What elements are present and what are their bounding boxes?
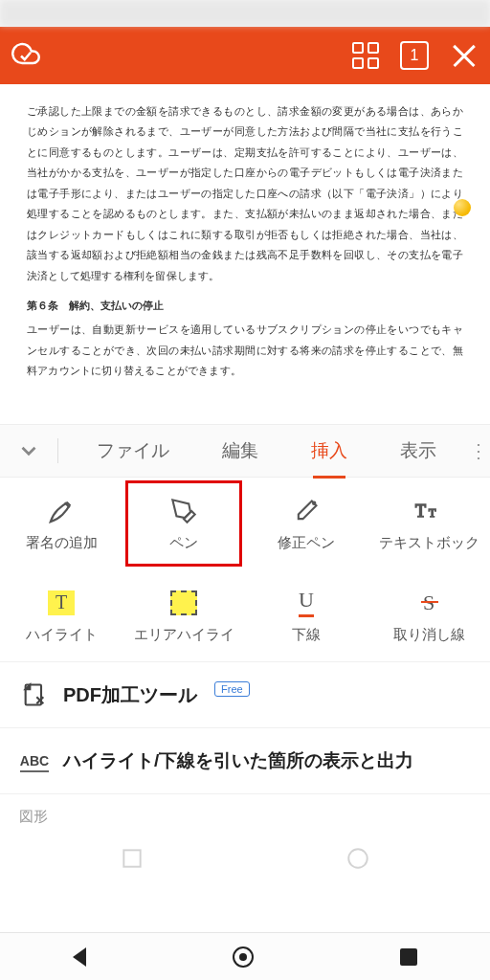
tool-correction-pen[interactable]: 修正ペン bbox=[245, 478, 368, 569]
signature-icon bbox=[47, 496, 76, 526]
strikethrough-icon: S bbox=[423, 588, 434, 618]
highlight-icon: T bbox=[48, 588, 75, 618]
section-highlight-output[interactable]: ABC ハイライト/下線を引いた箇所の表示と出力 bbox=[0, 727, 490, 793]
document-paragraph: ご承認した上限までの金額を請求できるものとし、請求金額の変更がある場合は、あらか… bbox=[27, 101, 463, 286]
pen-icon bbox=[170, 496, 197, 526]
document-paragraph: ユーザーは、自動更新サービスを適用しているサブスクリプションの停止をいつでもキャ… bbox=[27, 320, 463, 381]
shapes-heading: 図形 bbox=[0, 793, 490, 832]
tool-pen[interactable]: ペン bbox=[122, 478, 245, 569]
tool-label: ハイライト bbox=[26, 626, 98, 644]
tool-underline[interactable]: U 下線 bbox=[245, 569, 368, 661]
nav-home-icon[interactable] bbox=[233, 947, 254, 968]
document-viewport[interactable]: ご承認した上限までの金額を請求できるものとし、請求金額の変更がある場合は、あらか… bbox=[0, 84, 490, 424]
pdf-tools-icon bbox=[19, 679, 50, 710]
tool-area-highlight[interactable]: エリアハイライ bbox=[122, 569, 245, 661]
tab-insert[interactable]: 挿入 bbox=[309, 434, 349, 467]
tab-more-icon[interactable]: ⋮ bbox=[467, 439, 490, 462]
svg-text:T: T bbox=[429, 506, 436, 520]
emoji-sticker bbox=[454, 199, 471, 216]
tool-label: テキストボック bbox=[379, 534, 479, 552]
page-number-badge[interactable]: 1 bbox=[400, 41, 429, 70]
close-icon[interactable] bbox=[450, 41, 479, 70]
document-heading: 第６条 解約、支払いの停止 bbox=[27, 296, 463, 316]
thumbnails-icon[interactable] bbox=[352, 42, 379, 69]
area-highlight-icon bbox=[170, 588, 197, 618]
svg-text:T: T bbox=[415, 501, 426, 521]
correction-pen-icon bbox=[293, 496, 320, 526]
tool-strikethrough[interactable]: S 取り消し線 bbox=[368, 569, 490, 661]
abc-underline-icon: ABC bbox=[19, 746, 50, 776]
section-title: ハイライト/下線を引いた箇所の表示と出力 bbox=[63, 748, 413, 773]
tool-textbox[interactable]: TT テキストボック bbox=[368, 478, 490, 569]
textbox-icon: TT bbox=[413, 496, 444, 526]
ribbon-tabs: ファイル 編集 挿入 表示 ⋮ bbox=[0, 424, 490, 478]
nav-back-icon[interactable] bbox=[73, 947, 86, 967]
tool-label: 署名の追加 bbox=[26, 534, 98, 552]
svg-rect-4 bbox=[123, 850, 140, 866]
android-nav-bar bbox=[0, 932, 490, 980]
app-header: 1 bbox=[0, 27, 490, 84]
section-pdf-tools[interactable]: PDF加工ツール Free bbox=[0, 661, 490, 727]
nav-recent-icon[interactable] bbox=[400, 948, 417, 966]
tab-file[interactable]: ファイル bbox=[95, 434, 171, 467]
free-badge: Free bbox=[214, 681, 250, 697]
tool-label: ペン bbox=[169, 534, 198, 552]
insert-panel: 署名の追加 ペン 修正ペン TT テキストボック T ハイライト エリアハイライ… bbox=[0, 478, 490, 932]
svg-point-5 bbox=[348, 849, 368, 868]
tool-signature[interactable]: 署名の追加 bbox=[0, 478, 122, 569]
tab-edit[interactable]: 編集 bbox=[220, 434, 260, 467]
tool-label: エリアハイライ bbox=[134, 626, 234, 644]
tool-label: 下線 bbox=[292, 626, 321, 644]
collapse-panel-icon[interactable] bbox=[0, 438, 57, 463]
tool-highlight[interactable]: T ハイライト bbox=[0, 569, 122, 661]
tool-label: 取り消し線 bbox=[393, 626, 465, 644]
svg-point-0 bbox=[313, 501, 315, 503]
section-title: PDF加工ツール bbox=[63, 682, 197, 708]
tool-label: 修正ペン bbox=[278, 534, 335, 552]
status-bar bbox=[0, 0, 490, 27]
underline-icon: U bbox=[299, 588, 314, 618]
cloud-sync-icon[interactable] bbox=[11, 39, 40, 72]
divider bbox=[57, 438, 58, 463]
shapes-row[interactable] bbox=[0, 832, 490, 885]
tab-view[interactable]: 表示 bbox=[398, 434, 438, 467]
